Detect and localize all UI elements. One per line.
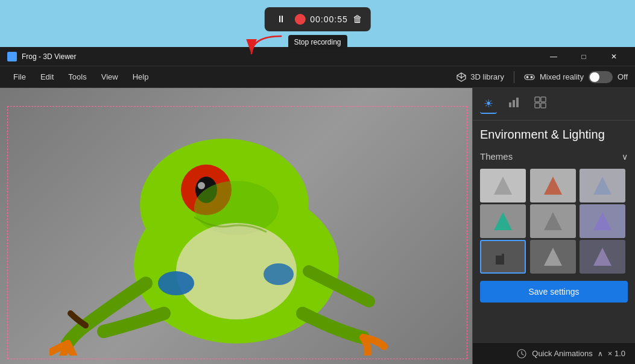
menu-separator (514, 71, 514, 83)
library-button[interactable]: 3D library (456, 72, 504, 83)
stop-recording-tooltip: Stop recording (288, 35, 347, 49)
svg-marker-25 (593, 212, 611, 230)
viewport-background (0, 88, 472, 364)
svg-rect-1 (525, 75, 534, 80)
themes-label: Themes (480, 151, 513, 162)
svg-rect-27 (496, 249, 502, 256)
theme-option-2[interactable] (530, 169, 576, 202)
theme-option-7[interactable] (480, 240, 526, 274)
right-panel: ☀ (472, 88, 635, 364)
quick-anim-value: × 1.0 (608, 349, 625, 358)
theme-preview-7 (491, 245, 515, 269)
svg-rect-18 (535, 103, 540, 108)
menu-tools[interactable]: Tools (62, 70, 92, 84)
menu-bar: File Edit Tools View Help 3D library (0, 66, 635, 88)
svg-marker-24 (544, 212, 562, 230)
theme-preview-2 (541, 174, 565, 198)
mixed-reality-control: Mixed reality Off (524, 71, 628, 83)
title-bar-left: Frog - 3D Viewer (7, 52, 76, 61)
panel-content: Environment & Lighting Themes ∨ (473, 121, 635, 342)
theme-preview-5 (541, 209, 565, 233)
theme-option-6[interactable] (580, 204, 625, 238)
mixed-reality-icon (524, 72, 535, 83)
stop-recording-button[interactable] (294, 14, 305, 25)
panel-tabs: ☀ (473, 88, 635, 121)
recording-timer: 00:00:55 (310, 14, 348, 24)
trash-icon: 🗑 (353, 14, 362, 24)
grid-icon (534, 96, 546, 108)
arrow-indicator (239, 33, 288, 60)
menu-right: 3D library Mixed reality Off (456, 71, 628, 83)
theme-option-8[interactable] (530, 240, 576, 274)
theme-option-4[interactable] (480, 204, 526, 238)
quick-animations-bar: Quick Animations ∧ × 1.0 (473, 342, 635, 364)
svg-point-8 (198, 182, 205, 189)
recording-bar: ⏸ 00:00:55 🗑 (264, 7, 371, 31)
menu-left: File Edit Tools View Help (7, 70, 154, 84)
content-area: ☀ (0, 88, 635, 364)
svg-rect-16 (535, 97, 540, 102)
window-title: Frog - 3D Viewer (22, 52, 76, 61)
menu-view[interactable]: View (95, 70, 124, 84)
theme-preview-1 (491, 174, 515, 198)
theme-preview-6 (590, 209, 614, 233)
quick-anim-expand[interactable]: ∧ (598, 350, 603, 358)
toggle-knob (590, 72, 599, 82)
svg-marker-28 (544, 248, 562, 266)
library-icon (456, 72, 467, 83)
maximize-button[interactable]: □ (570, 47, 598, 66)
mixed-reality-label: Mixed reality (540, 72, 584, 81)
svg-rect-17 (541, 97, 546, 102)
themes-section-header: Themes ∨ (480, 151, 628, 162)
svg-rect-13 (509, 102, 511, 107)
quick-anim-icon (516, 348, 527, 359)
theme-grid (480, 169, 628, 274)
svg-marker-21 (544, 177, 562, 195)
frog-model (0, 88, 472, 364)
svg-marker-23 (494, 212, 512, 230)
save-settings-button[interactable]: Save settings (480, 281, 628, 303)
section-title: Environment & Lighting (480, 128, 628, 142)
mixed-reality-state: Off (618, 72, 628, 81)
svg-rect-14 (513, 100, 515, 107)
themes-chevron[interactable]: ∨ (622, 152, 628, 162)
minimize-button[interactable]: — (540, 47, 567, 66)
menu-file[interactable]: File (7, 70, 32, 84)
menu-help[interactable]: Help (127, 70, 155, 84)
pause-recording-button[interactable]: ⏸ (273, 11, 289, 28)
theme-preview-4 (491, 209, 515, 233)
tab-stats[interactable] (504, 94, 523, 114)
quick-animations-control: Quick Animations ∧ × 1.0 (516, 348, 625, 359)
window-controls: — □ ✕ (540, 47, 628, 66)
tab-grid[interactable] (531, 94, 550, 114)
pause-icon: ⏸ (276, 14, 286, 25)
app-window: Frog - 3D Viewer — □ ✕ File Edit Tools V… (0, 47, 635, 364)
library-label: 3D library (470, 72, 504, 81)
theme-option-9[interactable] (580, 240, 625, 274)
app-icon (7, 52, 17, 61)
svg-point-11 (158, 271, 194, 295)
discard-recording-button[interactable]: 🗑 (353, 14, 362, 25)
svg-marker-20 (494, 177, 512, 195)
theme-option-3[interactable] (580, 169, 625, 202)
quick-anim-label: Quick Animations (532, 349, 592, 358)
close-button[interactable]: ✕ (600, 47, 628, 66)
svg-point-3 (530, 76, 532, 78)
theme-option-5[interactable] (530, 204, 576, 238)
mixed-reality-toggle[interactable] (589, 71, 613, 83)
svg-rect-19 (541, 103, 546, 108)
theme-preview-8 (541, 245, 565, 269)
tab-lighting[interactable]: ☀ (480, 95, 497, 114)
title-bar: Frog - 3D Viewer — □ ✕ (0, 47, 635, 66)
stats-icon (508, 96, 520, 108)
theme-preview-9 (590, 245, 614, 269)
svg-rect-15 (516, 98, 519, 107)
svg-marker-29 (593, 248, 611, 266)
theme-option-1[interactable] (480, 169, 526, 202)
viewport[interactable] (0, 88, 472, 364)
svg-marker-22 (593, 177, 611, 195)
svg-point-12 (264, 263, 294, 285)
theme-preview-3 (590, 174, 614, 198)
menu-edit[interactable]: Edit (34, 70, 60, 84)
svg-point-2 (526, 76, 528, 78)
